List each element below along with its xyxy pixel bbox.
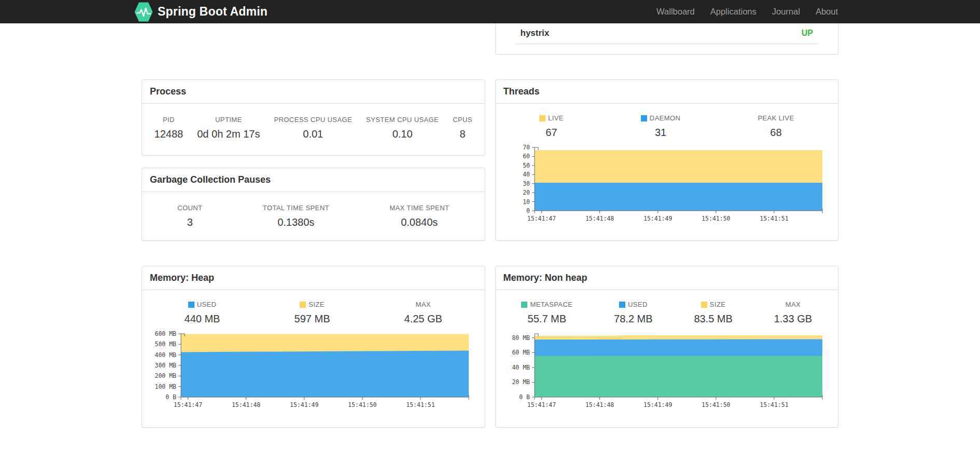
metric-uptime: UPTIME 0d 0h 2m 17s xyxy=(197,116,260,140)
svg-text:15:41:50: 15:41:50 xyxy=(702,215,730,222)
svg-text:15:41:49: 15:41:49 xyxy=(290,401,318,408)
svg-text:15:41:48: 15:41:48 xyxy=(232,401,260,408)
svg-text:15:41:51: 15:41:51 xyxy=(406,401,435,408)
svg-text:60 MB: 60 MB xyxy=(512,349,530,356)
metric-gc-total-time: TOTAL TIME SPENT 0.1380s xyxy=(263,204,329,228)
process-panel-heading: Process xyxy=(142,80,485,104)
threads-metrics: LIVE 67 DAEMON 31 PEAK LIVE xyxy=(496,104,838,139)
memory-nonheap-panel-heading: Memory: Non heap xyxy=(496,266,838,290)
status-badge: UP xyxy=(802,29,813,38)
svg-text:15:41:49: 15:41:49 xyxy=(643,215,672,222)
svg-text:0: 0 xyxy=(526,207,530,214)
memory-heap-title: Memory: Heap xyxy=(150,273,214,283)
gc-panel-heading: Garbage Collection Pauses xyxy=(142,168,485,192)
metric-threads-daemon: DAEMON 31 xyxy=(641,114,680,139)
memory-heap-chart: 0 B100 MB200 MB300 MB400 MB500 MB600 MB1… xyxy=(149,329,477,412)
legend-swatch-size xyxy=(300,302,306,308)
svg-text:15:41:50: 15:41:50 xyxy=(348,401,376,408)
metric-nonheap-max: MAX 1.33 GB xyxy=(774,301,812,325)
metric-system-cpu-usage: SYSTEM CPU USAGE 0.10 xyxy=(366,116,439,140)
logo-hexagon xyxy=(135,2,153,21)
svg-text:15:41:51: 15:41:51 xyxy=(760,401,788,408)
threads-panel: Threads LIVE 67 DAEMON xyxy=(495,79,839,241)
svg-text:10: 10 xyxy=(523,198,530,206)
memory-heap-panel: Memory: Heap USED 440 MB SIZE xyxy=(142,266,485,428)
svg-text:15:41:48: 15:41:48 xyxy=(585,401,613,408)
metric-cpus: CPUS 8 xyxy=(453,116,472,140)
gc-title: Garbage Collection Pauses xyxy=(150,174,271,185)
svg-text:20 MB: 20 MB xyxy=(512,378,530,386)
memory-nonheap-metrics: METASPACE 55.7 MB USED 78.2 MB xyxy=(496,290,838,325)
nav-item-about[interactable]: About xyxy=(808,0,846,23)
memory-heap-panel-heading: Memory: Heap xyxy=(142,266,485,290)
brand[interactable]: Spring Boot Admin xyxy=(134,2,268,22)
svg-text:300 MB: 300 MB xyxy=(155,362,176,369)
svg-text:15:41:47: 15:41:47 xyxy=(527,401,555,408)
metric-process-cpu-usage: PROCESS CPU USAGE 0.01 xyxy=(274,116,352,140)
svg-text:15:41:51: 15:41:51 xyxy=(760,215,788,222)
threads-chart: 01020304050607015:41:4715:41:4815:41:491… xyxy=(502,142,831,225)
nav-item-wallboard[interactable]: Wallboard xyxy=(649,0,703,23)
svg-text:0 B: 0 B xyxy=(519,393,530,401)
process-metrics: PID 12488 UPTIME 0d 0h 2m 17s PROCESS CP… xyxy=(142,104,485,153)
svg-text:20: 20 xyxy=(523,189,530,196)
application-status-panel: hystrix UP xyxy=(495,23,839,55)
svg-text:600 MB: 600 MB xyxy=(155,330,176,337)
legend-swatch-size xyxy=(701,302,707,308)
svg-text:50: 50 xyxy=(523,162,530,169)
top-row: hystrix UP xyxy=(142,23,838,55)
application-name[interactable]: hystrix xyxy=(521,28,550,38)
metric-nonheap-used: USED 78.2 MB xyxy=(614,301,652,325)
metric-threads-peak-live: PEAK LIVE 68 xyxy=(758,114,794,139)
svg-text:40: 40 xyxy=(523,171,530,178)
nav-item-journal[interactable]: Journal xyxy=(764,0,808,23)
threads-panel-heading: Threads xyxy=(496,80,838,104)
svg-text:15:41:49: 15:41:49 xyxy=(643,401,672,408)
svg-text:100 MB: 100 MB xyxy=(155,383,176,390)
svg-text:60: 60 xyxy=(523,153,530,160)
spring-boot-admin-logo-icon xyxy=(134,2,153,22)
gc-panel: Garbage Collection Pauses COUNT 3 TOTAL … xyxy=(142,168,485,241)
metric-gc-count: COUNT 3 xyxy=(177,204,202,228)
metric-pid: PID 12488 xyxy=(155,116,184,140)
metric-heap-max: MAX 4.25 GB xyxy=(404,301,442,325)
nav-item-applications[interactable]: Applications xyxy=(703,0,764,23)
svg-text:0 B: 0 B xyxy=(165,393,176,401)
legend-swatch-used xyxy=(188,302,194,308)
process-panel: Process PID 12488 UPTIME 0d 0h 2m 17s PR… xyxy=(142,79,485,156)
application-row-hystrix[interactable]: hystrix UP xyxy=(515,23,819,44)
svg-text:15:41:50: 15:41:50 xyxy=(702,401,730,408)
svg-text:40 MB: 40 MB xyxy=(512,364,530,371)
gc-metrics: COUNT 3 TOTAL TIME SPENT 0.1380s MAX TIM… xyxy=(142,192,485,241)
memory-nonheap-chart: 0 B20 MB40 MB60 MB80 MB15:41:4715:41:481… xyxy=(502,329,831,412)
svg-text:15:41:48: 15:41:48 xyxy=(585,215,613,222)
memory-nonheap-title: Memory: Non heap xyxy=(503,273,587,283)
svg-text:15:41:47: 15:41:47 xyxy=(174,401,202,408)
legend-swatch-live xyxy=(539,115,545,121)
brand-title: Spring Boot Admin xyxy=(158,5,268,19)
legend-swatch-daemon xyxy=(641,115,647,121)
legend-swatch-used xyxy=(619,302,625,308)
metric-heap-size: SIZE 597 MB xyxy=(295,301,330,325)
svg-text:500 MB: 500 MB xyxy=(155,341,176,348)
process-title: Process xyxy=(150,86,186,97)
metric-heap-used: USED 440 MB xyxy=(185,301,220,325)
svg-text:200 MB: 200 MB xyxy=(155,372,176,379)
svg-text:400 MB: 400 MB xyxy=(155,351,176,359)
memory-nonheap-panel: Memory: Non heap METASPACE 55.7 MB USED xyxy=(495,266,839,428)
metric-nonheap-size: SIZE 83.5 MB xyxy=(694,301,732,325)
svg-text:15:41:47: 15:41:47 xyxy=(527,215,555,222)
metric-gc-max-time: MAX TIME SPENT 0.0840s xyxy=(389,204,449,228)
metric-nonheap-metaspace: METASPACE 55.7 MB xyxy=(521,301,572,325)
metric-threads-live: LIVE 67 xyxy=(539,114,564,139)
svg-text:80 MB: 80 MB xyxy=(512,334,530,342)
svg-text:70: 70 xyxy=(523,144,530,151)
svg-text:30: 30 xyxy=(523,180,530,187)
legend-swatch-metaspace xyxy=(521,302,527,308)
navbar: Spring Boot Admin Wallboard Applications… xyxy=(0,0,980,23)
threads-title: Threads xyxy=(503,86,540,97)
nav-links: Wallboard Applications Journal About xyxy=(649,0,846,23)
memory-heap-metrics: USED 440 MB SIZE 597 MB MAX xyxy=(142,290,485,325)
